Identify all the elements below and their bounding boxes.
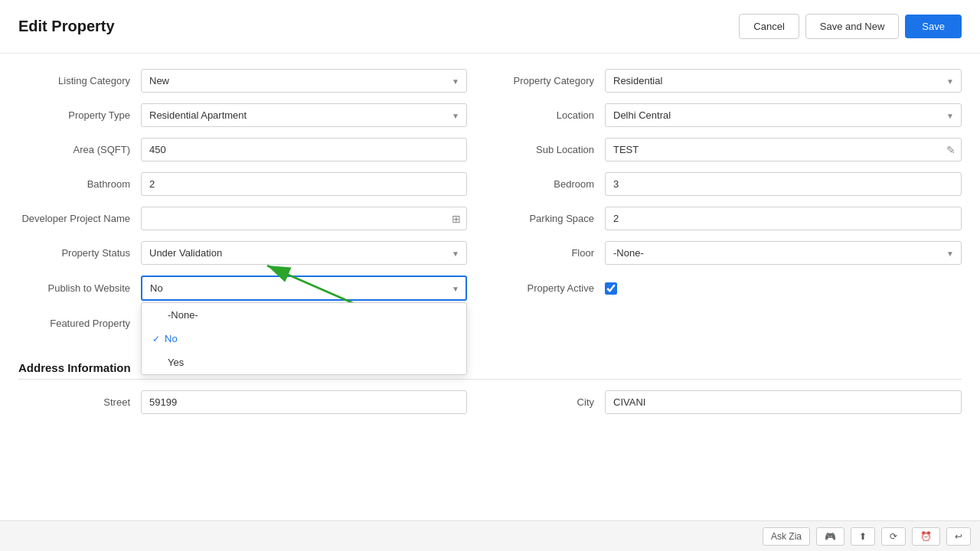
property-active-checkbox[interactable]	[605, 282, 617, 295]
featured-property-label: Featured Property	[18, 318, 141, 329]
developer-project-label: Developer Project Name	[18, 213, 141, 224]
floor-select[interactable]: -None- Ground 1 2	[605, 241, 962, 265]
save-button[interactable]: Save	[905, 15, 962, 38]
form-grid-address: Street City	[18, 390, 962, 425]
city-input[interactable]	[605, 390, 962, 414]
grid-icon: ⊞	[452, 213, 461, 225]
property-status-label: Property Status	[18, 247, 141, 259]
property-status-select-wrapper: Under Validation Active Inactive ▼	[141, 241, 467, 265]
publish-to-website-row: Publish to Website -None- No Yes ▼ -None…	[18, 276, 490, 301]
location-row: Location Delhi Central South Delhi ▼	[490, 103, 962, 127]
developer-project-row: Developer Project Name ⊞	[18, 207, 490, 230]
none-label: -None-	[168, 309, 198, 321]
property-active-row: Property Active	[490, 276, 962, 301]
sub-location-edit-icon: ✎	[946, 144, 956, 156]
developer-project-wrapper: ⊞	[141, 207, 467, 230]
bathroom-input[interactable]	[141, 172, 467, 196]
street-label: Street	[18, 396, 141, 408]
property-status-row: Property Status Under Validation Active …	[18, 241, 490, 265]
area-row: Area (SQFT)	[18, 138, 490, 161]
bathroom-row: Bathroom	[18, 172, 490, 196]
area-label: Area (SQFT)	[18, 144, 141, 155]
publish-to-website-select-wrapper: -None- No Yes ▼ -None- ✓ No	[141, 276, 467, 301]
dropdown-option-none[interactable]: -None-	[142, 303, 466, 327]
property-category-select[interactable]: Residential Commercial	[605, 69, 962, 93]
dropdown-option-no[interactable]: ✓ No	[142, 327, 466, 350]
listing-category-select-wrapper: New Resale Rental ▼	[141, 69, 467, 93]
property-status-select[interactable]: Under Validation Active Inactive	[141, 241, 467, 265]
dropdown-option-yes[interactable]: Yes	[142, 350, 466, 374]
property-category-select-wrapper: Residential Commercial ▼	[605, 69, 962, 93]
street-row: Street	[18, 390, 490, 414]
sub-location-input[interactable]	[605, 138, 962, 161]
property-type-select-wrapper: Residential Apartment Villa Plot ▼	[141, 103, 467, 127]
sub-location-row: Sub Location ✎	[490, 138, 962, 161]
sub-location-label: Sub Location	[513, 144, 605, 155]
property-active-label: Property Active	[513, 282, 605, 294]
publish-to-website-select[interactable]: -None- No Yes	[141, 276, 467, 301]
bedroom-input[interactable]	[605, 172, 962, 196]
form-container: Listing Category New Resale Rental ▼ Pro…	[0, 54, 980, 440]
form-grid-row7: Publish to Website -None- No Yes ▼ -None…	[18, 276, 962, 311]
form-grid-row5: Developer Project Name ⊞ Parking Space	[18, 207, 962, 241]
header-actions: Cancel Save and New Save	[739, 14, 962, 39]
listing-category-label: Listing Category	[18, 75, 141, 86]
bedroom-label: Bedroom	[513, 178, 605, 190]
bedroom-row: Bedroom	[490, 172, 962, 196]
form-grid-row4: Bathroom Bedroom	[18, 172, 962, 207]
city-row: City	[490, 390, 962, 414]
form-grid-row6: Property Status Under Validation Active …	[18, 241, 962, 276]
developer-project-input[interactable]	[141, 207, 467, 230]
property-category-label: Property Category	[513, 75, 605, 86]
listing-category-select[interactable]: New Resale Rental	[141, 69, 467, 93]
location-select[interactable]: Delhi Central South Delhi	[605, 103, 962, 127]
location-label: Location	[513, 109, 605, 121]
yes-label: Yes	[168, 357, 184, 368]
property-type-row: Property Type Residential Apartment Vill…	[18, 103, 490, 127]
form-grid-row2: Property Type Residential Apartment Vill…	[18, 103, 962, 138]
sub-location-wrapper: ✎	[605, 138, 962, 161]
publish-to-website-label: Publish to Website	[18, 282, 141, 294]
property-type-select[interactable]: Residential Apartment Villa Plot	[141, 103, 467, 127]
area-input[interactable]	[141, 138, 467, 161]
street-input[interactable]	[141, 390, 467, 414]
property-type-label: Property Type	[18, 109, 141, 121]
empty-row-right	[490, 311, 962, 335]
form-grid-row1: Listing Category New Resale Rental ▼ Pro…	[18, 69, 962, 103]
no-check-icon: ✓	[152, 334, 160, 344]
parking-space-input[interactable]	[605, 207, 962, 230]
parking-space-row: Parking Space	[490, 207, 962, 230]
city-label: City	[513, 396, 605, 408]
parking-space-label: Parking Space	[513, 213, 605, 224]
save-and-new-button[interactable]: Save and New	[805, 14, 900, 39]
cancel-button[interactable]: Cancel	[739, 14, 799, 39]
floor-select-wrapper: -None- Ground 1 2 ▼	[605, 241, 962, 265]
property-active-checkbox-wrapper	[605, 282, 617, 295]
floor-label: Floor	[513, 247, 605, 259]
publish-website-dropdown-popup: -None- ✓ No Yes	[141, 302, 467, 375]
page-header: Edit Property Cancel Save and New Save	[0, 0, 980, 54]
property-category-row: Property Category Residential Commercial…	[490, 69, 962, 93]
form-grid-row3: Area (SQFT) Sub Location ✎	[18, 138, 962, 172]
bathroom-label: Bathroom	[18, 178, 141, 190]
no-label: No	[165, 333, 178, 344]
listing-category-row: Listing Category New Resale Rental ▼	[18, 69, 490, 93]
floor-row: Floor -None- Ground 1 2 ▼	[490, 241, 962, 265]
page-title: Edit Property	[18, 18, 115, 35]
location-select-wrapper: Delhi Central South Delhi ▼	[605, 103, 962, 127]
